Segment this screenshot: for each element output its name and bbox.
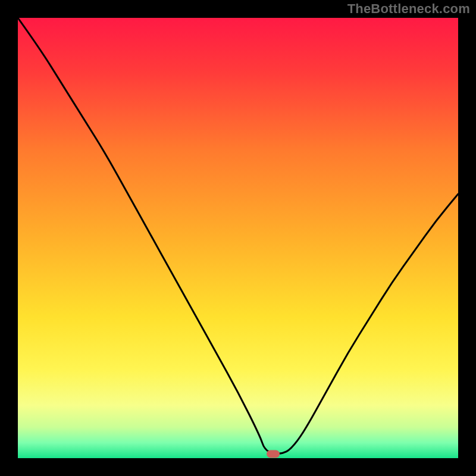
chart-frame: TheBottleneck.com	[0, 0, 476, 476]
plot-area	[18, 18, 458, 458]
watermark-text: TheBottleneck.com	[347, 1, 470, 17]
min-marker	[267, 450, 280, 458]
bottleneck-curve	[18, 18, 458, 458]
